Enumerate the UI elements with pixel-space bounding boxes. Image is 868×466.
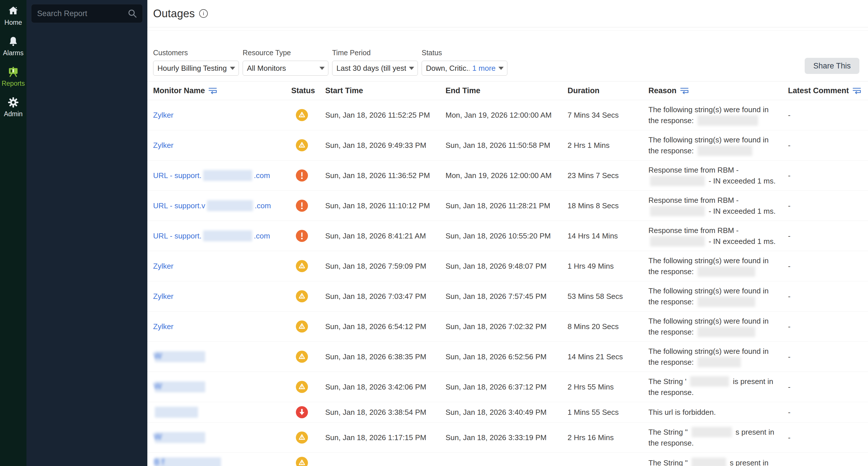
- reason-cell: The following string(s) were found in th…: [648, 100, 788, 130]
- column-header-label: Duration: [567, 86, 599, 95]
- redacted-blur: W: [155, 351, 205, 362]
- start-time-cell: Sun, Jan 18, 2026 6:38:35 PM: [325, 342, 445, 372]
- monitor-link[interactable]: Zylker: [153, 111, 174, 120]
- outages-table-body: ZylkerSun, Jan 18, 2026 11:52:25 PMMon, …: [147, 100, 868, 466]
- home-icon: [7, 5, 20, 17]
- table-row: ZylkerSun, Jan 18, 2026 7:59:09 PMSun, J…: [147, 251, 868, 281]
- start-time-cell: [325, 453, 445, 466]
- reason-cell: The following string(s) were found in th…: [648, 342, 788, 372]
- trouble-status-icon: [296, 457, 308, 466]
- latest-comment-cell: -: [788, 161, 868, 191]
- monitor-link[interactable]: URL - support..com: [153, 232, 270, 240]
- filter-value: All Monitors: [247, 64, 286, 73]
- monitor-link[interactable]: [153, 408, 200, 417]
- redacted-blur: B f: [155, 457, 221, 466]
- column-header-label: Status: [291, 86, 315, 95]
- search-box: [31, 4, 143, 23]
- trouble-status-icon: [296, 351, 308, 363]
- filter-more-link[interactable]: 1 more: [472, 64, 496, 73]
- start-time-cell: Sun, Jan 18, 2026 3:42:06 PM: [325, 372, 445, 402]
- monitor-link[interactable]: W: [153, 433, 207, 442]
- reason-cell: The following string(s) were found in th…: [648, 251, 788, 281]
- trouble-status-icon: [296, 431, 308, 443]
- column-header-label: Reason: [648, 86, 677, 95]
- sidebar-item-label: Admin: [4, 110, 23, 118]
- reason-cell: The following string(s) were found in th…: [648, 130, 788, 161]
- duration-cell: 18 Mins 8 Secs: [567, 191, 648, 221]
- column-header-end-time: End Time: [445, 81, 567, 100]
- end-time-cell: Sun, Jan 18, 2026 3:40:49 PM: [445, 402, 567, 423]
- latest-comment-cell: -: [788, 100, 868, 130]
- monitor-link[interactable]: URL - support..com: [153, 171, 270, 180]
- filter-value: Down, Critic...: [426, 64, 469, 73]
- latest-comment-cell: -: [788, 423, 868, 453]
- icon-rail: HomeAlarmsReportsAdmin: [0, 0, 27, 466]
- latest-comment-cell: -: [788, 281, 868, 311]
- share-this-button[interactable]: Share This: [805, 58, 859, 74]
- bell-icon: [7, 35, 20, 48]
- monitor-link[interactable]: B f: [153, 459, 223, 466]
- outages-table: Monitor NameStatusStart TimeEnd TimeDura…: [147, 81, 868, 466]
- filter-select-customers[interactable]: Hourly Billing Testing: [153, 61, 239, 76]
- latest-comment-cell: -: [788, 191, 868, 221]
- column-filter-icon[interactable]: [208, 87, 217, 94]
- end-time-cell: Sun, Jan 18, 2026 9:48:07 PM: [445, 251, 567, 281]
- page-title: Outages: [153, 7, 195, 20]
- duration-cell: 1 Mins 55 Secs: [567, 402, 648, 423]
- duration-cell: 14 Hrs 14 Mins: [567, 221, 648, 251]
- start-time-cell: Sun, Jan 18, 2026 3:38:54 PM: [325, 402, 445, 423]
- down-status-icon: [296, 406, 308, 418]
- end-time-cell: Sun, Jan 18, 2026 7:02:32 PM: [445, 311, 567, 342]
- redacted-blur: [650, 176, 705, 186]
- table-row: ZylkerSun, Jan 18, 2026 6:54:12 PMSun, J…: [147, 311, 868, 342]
- column-filter-icon[interactable]: [852, 87, 861, 94]
- sidebar-item-reports[interactable]: Reports: [2, 66, 25, 88]
- reason-cell: This url is forbidden.: [648, 402, 788, 423]
- trouble-status-icon: [296, 139, 308, 151]
- info-icon[interactable]: i: [199, 9, 208, 18]
- start-time-cell: Sun, Jan 18, 2026 9:49:33 PM: [325, 130, 445, 161]
- column-header-monitor-name: Monitor Name: [147, 81, 291, 100]
- latest-comment-cell: -: [788, 221, 868, 251]
- sidebar-item-home[interactable]: Home: [4, 5, 22, 27]
- redacted-blur: [650, 206, 705, 216]
- main-content: Outages i CustomersHourly Billing Testin…: [147, 0, 868, 466]
- monitor-link[interactable]: Zylker: [153, 322, 174, 331]
- filter-label: Customers: [153, 48, 239, 57]
- column-filter-icon[interactable]: [680, 87, 689, 94]
- end-time-cell: Sun, Jan 18, 2026 11:50:58 PM: [445, 130, 567, 161]
- end-time-cell: Sun, Jan 18, 2026 10:55:20 PM: [445, 221, 567, 251]
- latest-comment-cell: [788, 453, 868, 466]
- latest-comment-cell: -: [788, 251, 868, 281]
- sidebar-item-admin[interactable]: Admin: [4, 96, 23, 118]
- reports-sidebar: [27, 0, 147, 466]
- table-row: URL - support..comSun, Jan 18, 2026 8:41…: [147, 221, 868, 251]
- chevron-down-icon: [498, 67, 504, 70]
- redacted-blur: [698, 266, 755, 277]
- monitor-link[interactable]: Zylker: [153, 141, 174, 149]
- search-input[interactable]: [36, 9, 127, 19]
- filter-select-status[interactable]: Down, Critic...1 more: [422, 61, 507, 76]
- monitor-link[interactable]: W: [153, 382, 207, 391]
- redacted-blur: W: [155, 381, 205, 392]
- latest-comment-cell: -: [788, 130, 868, 161]
- filter-select-resource-type[interactable]: All Monitors: [243, 61, 329, 76]
- sidebar-item-alarms[interactable]: Alarms: [3, 35, 24, 57]
- outages-table-header: Monitor NameStatusStart TimeEnd TimeDura…: [147, 81, 868, 100]
- search-icon[interactable]: [127, 9, 137, 19]
- monitor-link[interactable]: W: [153, 353, 207, 361]
- redacted-text-hint: B f: [154, 457, 164, 466]
- filter-customers: CustomersHourly Billing Testing: [153, 48, 239, 76]
- redacted-text-hint: W: [154, 431, 162, 442]
- table-row: WSun, Jan 18, 2026 1:17:15 PMSun, Jan 18…: [147, 423, 868, 453]
- redacted-blur: [155, 407, 198, 418]
- filter-value: Hourly Billing Testing: [157, 64, 227, 73]
- end-time-cell: Sun, Jan 18, 2026 3:33:19 PM: [445, 423, 567, 453]
- monitor-link[interactable]: Zylker: [153, 292, 174, 301]
- title-divider: [147, 27, 868, 31]
- monitor-link[interactable]: URL - support.v.com: [153, 201, 271, 210]
- filter-resource-type: Resource TypeAll Monitors: [243, 48, 329, 76]
- filter-select-time-period[interactable]: Last 30 days (till yesterd: [332, 61, 418, 76]
- trouble-status-icon: [296, 109, 308, 121]
- monitor-link[interactable]: Zylker: [153, 262, 174, 270]
